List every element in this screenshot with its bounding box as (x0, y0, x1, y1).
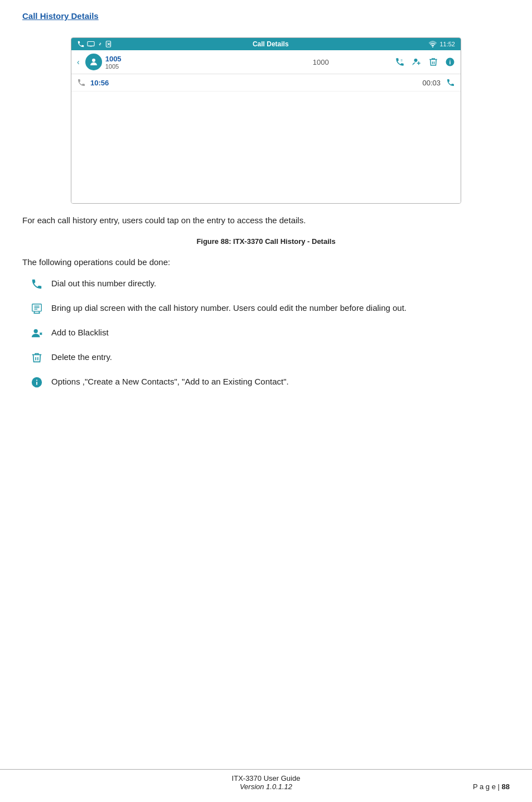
call-entry-row: 10:56 00:03 (71, 74, 461, 92)
back-button[interactable]: ‹ (77, 57, 80, 66)
bullet-delete-text: Delete the entry. (51, 350, 112, 364)
svg-text:≡: ≡ (401, 59, 403, 62)
bullet-dial-screen-text: Bring up dial screen with the call histo… (51, 301, 407, 315)
page-footer: ITX-3370 User Guide Version 1.0.1.12 (0, 769, 532, 791)
status-bar-right: 11:52 (428, 41, 455, 47)
svg-rect-1 (90, 46, 92, 46)
svg-point-6 (92, 59, 95, 62)
svg-rect-0 (88, 42, 94, 46)
header-number: 1000 (250, 58, 391, 66)
footer-page-number: P a g e | 88 (473, 782, 510, 791)
call-duration: 00:03 (422, 79, 441, 87)
bluetooth-status-icon (97, 40, 103, 48)
footer-page-bold: 88 (502, 782, 510, 791)
status-bar-title: Call Details (253, 40, 289, 48)
bullet-item-dial: Dial out this number directly. (28, 277, 510, 290)
header-delete-icon[interactable] (428, 57, 438, 67)
svg-rect-23 (36, 382, 37, 385)
bullet-dial-screen-icon (28, 302, 46, 315)
phone-screen: Call Details 11:52 ‹ (71, 37, 461, 204)
header-contact-add-icon[interactable] (412, 57, 422, 67)
phone-screenshot-wrapper: Call Details 11:52 ‹ (22, 37, 510, 204)
bullet-item-dial-screen: Bring up dial screen with the call histo… (28, 301, 510, 315)
intro-text: For each call history entry, users could… (22, 214, 510, 227)
phone-empty-area (71, 92, 461, 203)
footer-doc-title: ITX-3370 User Guide (232, 774, 301, 782)
bullet-blacklist-icon (28, 327, 46, 339)
call-phone-icon[interactable] (446, 78, 455, 87)
bullet-dial-text: Dial out this number directly. (51, 277, 156, 290)
header-actions: ≡ (395, 57, 455, 67)
wifi-status-icon (428, 41, 437, 47)
svg-point-8 (414, 59, 418, 62)
call-details-header: ‹ 1005 1005 1000 ≡ (71, 50, 461, 74)
bullet-item-blacklist: Add to Blacklist (28, 326, 510, 339)
bullet-item-delete: Delete the entry. (28, 350, 510, 364)
status-bar-time: 11:52 (439, 41, 455, 47)
contact-avatar (85, 54, 102, 70)
contact-name: 1005 (105, 55, 247, 63)
svg-rect-22 (36, 380, 37, 381)
call-time: 10:56 (90, 79, 109, 87)
bullet-item-options: Options ,"Create a New Contacts", "Add t… (28, 375, 510, 388)
contact-info: 1005 1005 (105, 55, 247, 70)
bullet-list: Dial out this number directly. Bring up … (28, 277, 510, 388)
contact-number-sub: 1005 (105, 63, 247, 70)
bullet-options-icon (28, 376, 46, 388)
status-bar-left (77, 40, 113, 48)
call-missed-icon (77, 78, 86, 87)
status-bar: Call Details 11:52 (71, 38, 461, 50)
page-title: Call History Details (22, 11, 510, 21)
bullet-options-text: Options ,"Create a New Contacts", "Add t… (51, 375, 289, 388)
ops-intro: The following operations could be done: (22, 256, 510, 269)
bullet-dial-icon (28, 278, 46, 290)
screen-status-icon (87, 41, 95, 47)
phone-call-status-icon (77, 40, 85, 48)
figure-caption: Figure 88: ITX-3370 Call History - Detai… (22, 237, 510, 246)
bullet-delete-icon (28, 352, 46, 364)
svg-point-18 (34, 329, 38, 333)
svg-point-5 (432, 46, 433, 47)
header-phone-dial-icon[interactable]: ≡ (395, 57, 405, 67)
no-sim-status-icon (105, 40, 113, 48)
bullet-blacklist-text: Add to Blacklist (51, 326, 109, 339)
header-info-icon[interactable] (445, 57, 455, 67)
footer-version: Version 1.0.1.12 (240, 782, 292, 791)
